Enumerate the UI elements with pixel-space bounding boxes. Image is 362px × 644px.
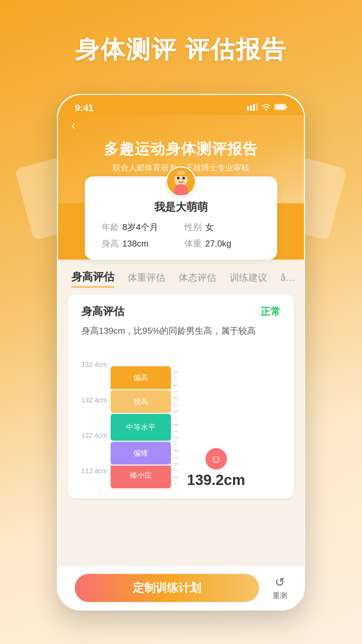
svg-rect-14: [177, 171, 185, 175]
cta-button[interactable]: 定制训练计划: [75, 574, 259, 602]
status-bar: 9:41: [58, 95, 304, 115]
svg-point-12: [182, 177, 185, 179]
profile-height-row: 身高 138cm: [102, 238, 178, 250]
weight-label: 体重: [184, 238, 202, 250]
assessment-status: 正常: [260, 305, 281, 319]
reset-button[interactable]: ↺ 重测: [273, 575, 287, 601]
svg-point-4: [265, 109, 267, 111]
gender-label: 性别: [184, 221, 202, 233]
chart-indicator: ☺ 139.2cm: [180, 431, 245, 488]
bar-zhongdeng: 中等水平: [111, 414, 171, 441]
signal-icon: [247, 103, 258, 113]
profile-grid: 年龄 8岁4个月 性别 女 身高 138cm 体重: [102, 221, 260, 250]
battery-icon: [275, 103, 287, 113]
assessment-description: 身高139cm，比95%的同龄男生高，属于较高: [81, 324, 281, 337]
svg-point-11: [177, 177, 180, 179]
svg-rect-7: [276, 105, 285, 109]
svg-rect-2: [253, 104, 255, 111]
wifi-icon: [261, 103, 271, 113]
indicator-value: 139.2cm: [187, 472, 245, 488]
tab-posture-assessment[interactable]: 体态评估: [179, 271, 216, 286]
chart-y-labels: 132.4cm 132.4cm 122.4cm 112.4cm: [81, 361, 111, 488]
profile-name: 我是大萌萌: [102, 200, 260, 215]
svg-rect-1: [250, 105, 252, 111]
indicator-smiley-icon: ☺: [205, 448, 227, 470]
assessment-card: 身高评估 正常 身高139cm，比95%的同龄男生高，属于较高 132.4cm …: [68, 294, 294, 498]
bar-aiziao: 矮小症: [111, 466, 171, 488]
reset-icon: ↺: [275, 575, 285, 589]
profile-weight-row: 体重 27.0kg: [184, 238, 260, 250]
svg-rect-3: [256, 103, 258, 111]
y-label-3: 122.4cm: [81, 432, 107, 439]
header-title: 多趣运动身体测评报告: [58, 139, 304, 159]
y-label-2: 132.4cm: [81, 396, 107, 404]
chart-ruler: [171, 368, 180, 488]
y-label-1: 132.4cm: [81, 361, 107, 369]
tab-training-advice[interactable]: 训练建议: [230, 271, 267, 286]
assessment-title: 身高评估: [81, 304, 124, 319]
profile-age-row: 年龄 8岁4个月: [102, 221, 178, 233]
bar-pianggao: 偏高: [111, 366, 171, 389]
tab-height-assessment[interactable]: 身高评估: [71, 270, 114, 287]
bar-jiaogao: 较高: [111, 390, 171, 413]
page-title: 身体测评 评估报告: [0, 0, 362, 66]
back-button[interactable]: ‹: [58, 115, 304, 136]
status-time: 9:41: [75, 103, 94, 113]
profile-card: 我是大萌萌 年龄 8岁4个月 性别 女 身高 138cm: [85, 176, 277, 260]
chart-bars: 偏高 较高 中等水平 偏矮 矮小症: [111, 366, 171, 488]
bar-pianjiao: 偏矮: [111, 442, 171, 465]
gender-value: 女: [205, 221, 214, 233]
height-value: 138cm: [122, 238, 148, 249]
svg-rect-6: [286, 106, 287, 108]
age-value: 8岁4个月: [122, 221, 158, 233]
profile-gender-row: 性别 女: [184, 221, 260, 233]
tab-weight-assessment[interactable]: 体重评估: [128, 271, 165, 286]
y-label-4: 112.4cm: [81, 467, 107, 475]
status-icons: [247, 103, 287, 113]
reset-label: 重测: [273, 591, 287, 601]
tab-bar: 身高评估 体重评估 体态评估 训练建议 å…: [58, 263, 304, 294]
svg-rect-0: [247, 107, 249, 111]
phone-wrapper: 9:41: [44, 94, 318, 617]
weight-value: 27.0kg: [205, 238, 231, 249]
bottom-bar: 定制训练计划 ↺ 重测: [58, 566, 304, 609]
avatar: [166, 166, 196, 197]
phone-inner: 9:41: [58, 95, 304, 609]
tab-more[interactable]: å…: [281, 272, 295, 285]
age-label: 年龄: [102, 221, 119, 233]
avatar-wrap: [102, 166, 260, 197]
phone-frame: 9:41: [57, 94, 305, 610]
height-chart: 132.4cm 132.4cm 122.4cm 112.4cm 偏高 较高 中等…: [81, 347, 281, 488]
card-header: 身高评估 正常: [81, 304, 281, 319]
height-label: 身高: [102, 238, 119, 250]
content-area: 身高评估 体重评估 体态评估 训练建议 å… 身高评估 正常 身高139cm，比…: [58, 260, 304, 528]
